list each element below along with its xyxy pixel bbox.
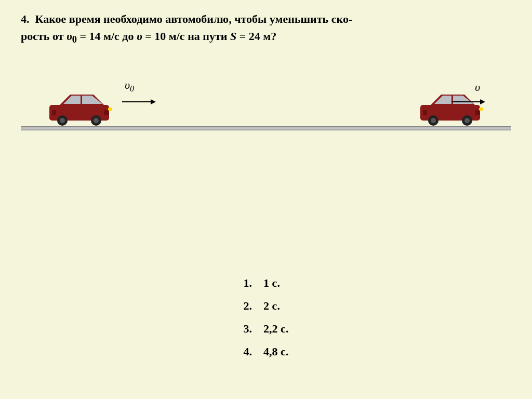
svg-rect-21 <box>479 108 483 111</box>
answer-4-number: 4. <box>244 345 252 358</box>
answer-3[interactable]: 3. 2,2 с. <box>244 322 289 336</box>
svg-rect-10 <box>108 108 112 111</box>
answers-section: 1. 1 с. 2. 2 с. 3. 2,2 с. 4. 4,8 с. <box>244 276 289 368</box>
question-line2: рость от υ0 = 14 м/с до υ = 10 м/с на пу… <box>21 30 276 43</box>
svg-point-18 <box>431 118 436 123</box>
arrow-right-head <box>480 99 485 104</box>
answer-1[interactable]: 1. 1 с. <box>244 276 289 290</box>
answer-2-number: 2. <box>244 299 252 312</box>
svg-marker-3 <box>82 96 102 104</box>
svg-rect-5 <box>52 110 56 115</box>
answer-1-number: 1. <box>244 276 252 289</box>
answer-3-value: 2,2 с. <box>263 322 288 335</box>
svg-point-20 <box>464 118 470 123</box>
arrow-right <box>451 99 485 104</box>
arrow-left-line <box>122 101 151 102</box>
svg-point-9 <box>94 118 99 123</box>
answer-2-value: 2 с. <box>263 299 280 312</box>
svg-rect-15 <box>475 110 480 115</box>
velocity-left-label: υ0 <box>125 78 134 94</box>
arrow-left-head <box>151 99 156 104</box>
question-line1: 4. Какое время необходимо автомобилю, чт… <box>21 12 352 25</box>
answer-1-value: 1 с. <box>263 276 280 289</box>
arrow-right-line <box>451 101 480 102</box>
car-right <box>418 92 485 128</box>
answer-2[interactable]: 2. 2 с. <box>244 299 289 313</box>
answer-4-value: 4,8 с. <box>263 345 288 358</box>
svg-rect-4 <box>104 110 109 115</box>
car-right-svg <box>418 92 485 126</box>
car-left <box>47 92 114 128</box>
svg-point-7 <box>60 118 65 123</box>
velocity-right-label: υ <box>475 81 480 94</box>
car-left-svg <box>47 92 114 126</box>
answer-3-number: 3. <box>244 322 252 335</box>
answer-4[interactable]: 4. 4,8 с. <box>244 345 289 358</box>
svg-rect-16 <box>423 110 427 115</box>
arrow-left <box>122 99 156 104</box>
question-text: 4. Какое время необходимо автомобилю, чт… <box>21 10 511 47</box>
diagram-area: υ0 <box>21 58 511 162</box>
page: 4. Какое время необходимо автомобилю, чт… <box>0 0 532 399</box>
